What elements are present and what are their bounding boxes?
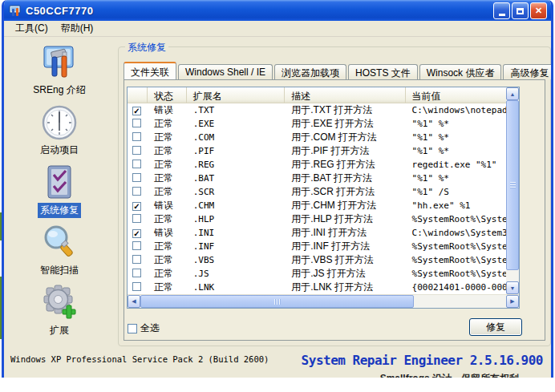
select-all-checkbox[interactable] bbox=[128, 324, 137, 333]
table-header: 状态 扩展名 描述 当前值 bbox=[128, 87, 506, 103]
row-checkbox[interactable]: ✓ bbox=[132, 229, 141, 238]
status-cell: 正常 bbox=[148, 117, 187, 131]
table-row[interactable]: ✓错误.CHM用于.CHM 打开方法"hh.exe" %1 bbox=[128, 199, 506, 212]
row-checkbox[interactable] bbox=[132, 119, 141, 127]
table-row[interactable]: 正常.JS用于.JS 打开方法%SystemRoot%\System32\ bbox=[128, 267, 506, 281]
description-cell: 用于.VBS 打开方法 bbox=[285, 253, 405, 267]
row-checkbox[interactable] bbox=[132, 255, 141, 264]
table-row[interactable]: 正常.VBS用于.VBS 打开方法%SystemRoot%\System32\ bbox=[128, 253, 506, 267]
row-checkbox[interactable] bbox=[132, 214, 141, 223]
status-cell: 正常 bbox=[148, 144, 187, 158]
client-area: SREng 介绍 bbox=[6, 37, 553, 378]
select-all-row: 全选 bbox=[128, 321, 160, 335]
tab-windows-shell-ie[interactable]: Windows Shell / IE bbox=[178, 64, 273, 79]
row-checkbox[interactable]: ✓ bbox=[132, 202, 141, 211]
table-row[interactable]: 正常.LNK用于.LNK 打开方法{00021401-0000-0000-C0 bbox=[128, 281, 506, 294]
scroll-up-button[interactable]: ▲ bbox=[506, 87, 519, 100]
header-current-value[interactable]: 当前值 bbox=[406, 87, 506, 103]
app-icon bbox=[9, 4, 22, 17]
sidebar-item-startup-items[interactable]: 启动项目 bbox=[6, 103, 112, 163]
description-cell: 用于.PIF 打开方法 bbox=[285, 144, 405, 158]
row-checkbox[interactable] bbox=[132, 146, 141, 155]
row-checkbox[interactable] bbox=[132, 160, 141, 168]
horizontal-scroll-thumb[interactable] bbox=[140, 295, 414, 308]
status-cell: 正常 bbox=[148, 281, 187, 294]
maximize-button[interactable] bbox=[512, 2, 529, 19]
extension-cell: .COM bbox=[187, 132, 285, 143]
status-cell: 错误 bbox=[148, 199, 187, 212]
current-value-cell: %SystemRoot%\System32\ bbox=[406, 255, 506, 265]
sidebar-item-extensions[interactable]: 扩展 bbox=[6, 284, 112, 343]
status-cell: 错误 bbox=[148, 226, 187, 240]
repair-button[interactable]: 修复 bbox=[469, 318, 522, 336]
table-row[interactable]: 正常.EXE用于.EXE 打开方法"%1" %* bbox=[128, 117, 506, 131]
extension-cell: .TXT bbox=[187, 105, 285, 115]
row-checkbox[interactable] bbox=[132, 173, 141, 182]
status-cell: 正常 bbox=[148, 240, 187, 253]
table-row[interactable]: 正常.SCR用于.SCR 打开方法"%1" /S bbox=[128, 185, 506, 199]
menu-bar: 工具(C) 帮助(H) bbox=[4, 21, 551, 37]
tab-browser-addons[interactable]: 浏览器加载项 bbox=[274, 64, 346, 79]
gear-plus-icon bbox=[41, 284, 78, 322]
sidebar-item-label: 系统修复 bbox=[38, 203, 81, 218]
sidebar-item-smart-scan[interactable]: 智能扫描 bbox=[6, 224, 112, 283]
title-bar[interactable]: C50CCF7770 ✕ bbox=[4, 0, 551, 21]
status-cell: 正常 bbox=[148, 253, 187, 267]
menu-help[interactable]: 帮助(H) bbox=[55, 20, 100, 37]
row-checkbox[interactable] bbox=[132, 187, 141, 196]
row-checkbox[interactable] bbox=[132, 132, 141, 141]
row-checkbox-cell: ✓ bbox=[128, 200, 148, 212]
tab-hosts-file[interactable]: HOSTS 文件 bbox=[348, 64, 418, 79]
table-row[interactable]: 正常.INF用于.INF 打开方法%SystemRoot%\System32\ bbox=[128, 240, 506, 253]
description-cell: 用于.INF 打开方法 bbox=[285, 240, 405, 253]
close-button[interactable]: ✕ bbox=[530, 2, 547, 19]
current-value-cell: "hh.exe" %1 bbox=[406, 200, 506, 211]
tab-winsock-providers[interactable]: Winsock 供应者 bbox=[419, 64, 502, 79]
table-row[interactable]: 正常.REG用于.REG 打开方法regedit.exe "%1" bbox=[128, 158, 506, 172]
window-title: C50CCF7770 bbox=[26, 5, 94, 17]
app-name-version: System Repair Engineer 2.5.16.900 bbox=[302, 353, 543, 368]
current-value-cell: C:\windows\notepad.exe bbox=[406, 105, 506, 115]
horizontal-scrollbar[interactable]: ◀ ▶ bbox=[128, 294, 519, 308]
extension-cell: .BAT bbox=[187, 173, 285, 184]
header-description[interactable]: 描述 bbox=[285, 87, 405, 103]
clock-icon bbox=[41, 103, 78, 142]
header-extension[interactable]: 扩展名 bbox=[187, 87, 285, 103]
extension-cell: .HLP bbox=[187, 214, 285, 224]
scroll-left-button[interactable]: ◀ bbox=[128, 295, 140, 308]
table-row[interactable]: ✓错误.INI用于.INI 打开方法C:\windows\System32\NO bbox=[128, 226, 506, 240]
current-value-cell: {00021401-0000-0000-C0 bbox=[406, 282, 506, 293]
description-cell: 用于.JS 打开方法 bbox=[285, 267, 405, 281]
tab-advanced-repair[interactable]: 高级修复 bbox=[503, 64, 553, 79]
sidebar-item-system-repair[interactable]: 系统修复 bbox=[6, 164, 112, 223]
description-cell: 用于.EXE 打开方法 bbox=[285, 117, 405, 131]
vertical-scroll-thumb[interactable] bbox=[506, 100, 519, 270]
table-rows: ✓错误.TXT用于.TXT 打开方法C:\windows\notepad.exe… bbox=[128, 103, 506, 294]
scroll-right-button[interactable]: ▶ bbox=[506, 295, 519, 308]
row-checkbox-cell bbox=[128, 119, 148, 130]
row-checkbox-cell bbox=[128, 160, 148, 171]
table-row[interactable]: 正常.HLP用于.HLP 打开方法%SystemRoot%\System32\ bbox=[128, 212, 506, 226]
table-row[interactable]: 正常.PIF用于.PIF 打开方法"%1" %* bbox=[128, 144, 506, 158]
magnifier-icon bbox=[41, 224, 78, 262]
scroll-down-button[interactable]: ▼ bbox=[506, 281, 519, 294]
sidebar-item-sreng-intro[interactable]: SREng 介绍 bbox=[6, 43, 112, 103]
row-checkbox[interactable] bbox=[132, 282, 141, 291]
header-checkbox-column[interactable] bbox=[128, 87, 148, 103]
table-row[interactable]: ✓错误.TXT用于.TXT 打开方法C:\windows\notepad.exe bbox=[128, 103, 506, 117]
row-checkbox-cell bbox=[128, 146, 148, 157]
vertical-scrollbar[interactable]: ▲ ▼ bbox=[506, 87, 519, 294]
table-row[interactable]: 正常.BAT用于.BAT 打开方法"%1" %* bbox=[128, 172, 506, 185]
extension-cell: .INI bbox=[187, 228, 285, 238]
minimize-button[interactable] bbox=[493, 2, 510, 19]
extension-cell: .EXE bbox=[187, 119, 285, 129]
row-checkbox[interactable] bbox=[132, 241, 141, 250]
header-status[interactable]: 状态 bbox=[148, 87, 187, 103]
table-row[interactable]: 正常.COM用于.COM 打开方法"%1" %* bbox=[128, 131, 506, 144]
row-checkbox-cell bbox=[128, 173, 148, 184]
current-value-cell: "%1" %* bbox=[406, 146, 506, 156]
tab-file-associations[interactable]: 文件关联 bbox=[124, 62, 176, 79]
row-checkbox[interactable] bbox=[132, 269, 141, 277]
row-checkbox[interactable]: ✓ bbox=[132, 107, 141, 115]
menu-tools[interactable]: 工具(C) bbox=[9, 20, 55, 37]
